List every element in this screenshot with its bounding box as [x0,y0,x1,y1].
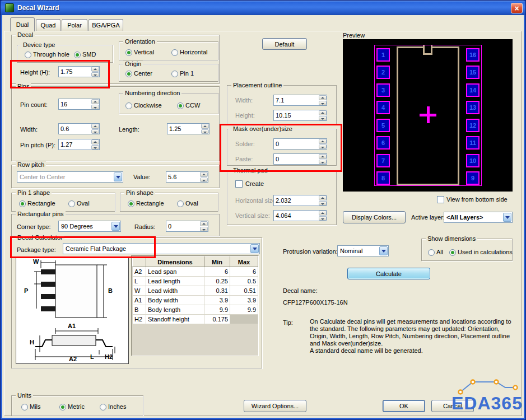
row-max-cell[interactable]: 6 [230,267,258,277]
spin-up-button[interactable] [319,211,327,216]
height-input[interactable] [60,68,89,76]
spin-up-button[interactable] [200,221,208,226]
spin-up-button[interactable] [91,67,99,72]
show-all-radio-label[interactable]: All [436,249,443,255]
spin-up-button[interactable] [91,139,99,144]
protrusion-variation-combobox[interactable]: Nominal [337,245,389,256]
chevron-down-icon[interactable] [379,246,388,255]
active-layer-combobox[interactable]: <All Layers> [444,212,513,223]
show-all-radio[interactable] [428,249,435,256]
placement-width-input[interactable] [276,96,316,104]
inches-radio-label[interactable]: Inches [108,403,126,410]
view-bottom-checkbox-label[interactable]: View from bottom side [446,196,508,203]
pin-width-input[interactable] [60,125,89,133]
spin-up-button[interactable] [319,110,327,115]
vertical-radio[interactable] [125,49,132,56]
horizontal-radio-label[interactable]: Horizontal [180,49,208,55]
spin-up-button[interactable] [319,195,327,200]
row-pitch-mode-combobox[interactable]: Center to Center [17,171,123,183]
ccw-radio[interactable] [177,102,184,109]
spin-down-button[interactable] [201,129,209,134]
row-min-cell[interactable]: 9.9 [204,305,230,315]
row-max-cell[interactable]: 0.5 [230,277,258,286]
mils-radio-label[interactable]: Mils [30,403,41,410]
create-checkbox-label[interactable]: Create [245,180,264,187]
tab-dual[interactable]: Dual [10,17,35,31]
metric-radio[interactable] [59,404,66,410]
through-hole-radio[interactable] [25,52,31,58]
tab-bga-pga[interactable]: BGA/PGA [89,19,123,31]
mils-radio[interactable] [21,404,28,410]
center-radio-label[interactable]: Center [134,70,152,77]
spin-down-button[interactable] [319,101,327,106]
smd-radio[interactable] [74,52,81,58]
thermal-horizontal-input[interactable] [276,197,316,204]
chevron-down-icon[interactable] [503,213,511,222]
used-in-calculations-radio-label[interactable]: Used in calculations [458,249,513,255]
spin-up-button[interactable] [200,172,208,177]
clockwise-radio-label[interactable]: Clockwise [134,102,162,109]
pin-shape-oval-radio-label[interactable]: Oval [185,200,198,207]
pin1-radio[interactable] [171,71,178,77]
chevron-down-icon[interactable] [114,172,122,181]
ok-button[interactable]: OK [383,400,425,412]
row-min-cell[interactable]: 0.25 [204,277,230,286]
row-min-cell[interactable]: 0.31 [204,286,230,296]
spin-up-button[interactable] [319,95,327,100]
spin-up-button[interactable] [201,124,209,129]
corner-type-combobox[interactable]: 90 Degrees [58,221,121,232]
pin-pitch-input[interactable] [60,141,89,148]
pin1-rectangle-radio[interactable] [19,200,26,207]
pin-shape-rectangle-radio-label[interactable]: Rectangle [136,200,164,207]
through-hole-radio-label[interactable]: Through hole [33,51,69,58]
display-colors-button[interactable]: Display Colors... [343,211,406,223]
pin1-radio-label[interactable]: Pin 1 [180,70,194,77]
row-max-cell[interactable]: 0.51 [230,286,258,296]
spin-up-button[interactable] [91,99,99,104]
close-button[interactable] [511,3,523,13]
chevron-down-icon[interactable] [250,244,259,253]
spin-down-button[interactable] [319,144,327,150]
spin-up-button[interactable] [91,124,99,129]
row-pitch-value-input[interactable] [168,173,197,181]
thermal-vertical-input[interactable] [276,212,316,220]
spin-down-button[interactable] [91,145,99,150]
solder-input[interactable] [276,140,316,148]
spin-down-button[interactable] [319,201,327,206]
spin-down-button[interactable] [319,216,327,221]
center-radio[interactable] [125,71,132,77]
pin-shape-rectangle-radio[interactable] [128,200,134,207]
placement-height-input[interactable] [276,111,316,119]
spin-up-button[interactable] [319,139,327,144]
spin-down-button[interactable] [91,129,99,134]
paste-input[interactable] [276,155,316,163]
pin1-oval-radio-label[interactable]: Oval [77,200,90,207]
row-max-cell[interactable]: 3.9 [230,296,258,305]
inches-radio[interactable] [100,404,106,410]
vertical-radio-label[interactable]: Vertical [134,49,154,55]
create-checkbox[interactable] [235,180,243,188]
view-bottom-checkbox[interactable] [437,196,444,203]
spin-up-button[interactable] [319,154,327,159]
pin-length-input[interactable] [169,125,198,133]
row-max-cell[interactable]: 9.9 [230,305,258,315]
used-in-calculations-radio[interactable] [449,249,456,256]
spin-down-button[interactable] [200,178,208,183]
spin-down-button[interactable] [319,116,327,121]
titlebar[interactable]: Decal Wizard [1,1,525,15]
horizontal-radio[interactable] [171,49,178,56]
pin-count-input[interactable] [60,100,89,108]
spin-down-button[interactable] [319,160,327,165]
ccw-radio-label[interactable]: CCW [185,102,200,109]
package-type-combobox[interactable]: Ceramic Flat Package [63,243,260,254]
metric-radio-label[interactable]: Metric [68,403,85,410]
pin1-oval-radio[interactable] [68,200,75,207]
wizard-options-button[interactable]: Wizard Options... [244,400,306,412]
pin1-rectangle-radio-label[interactable]: Rectangle [27,200,55,207]
tab-quad[interactable]: Quad [36,19,60,31]
row-min-cell[interactable]: 0.175 [204,315,230,324]
radius-input[interactable] [168,222,197,230]
clockwise-radio[interactable] [125,102,132,109]
row-min-cell[interactable]: 6 [204,267,230,277]
smd-radio-label[interactable]: SMD [82,51,96,58]
